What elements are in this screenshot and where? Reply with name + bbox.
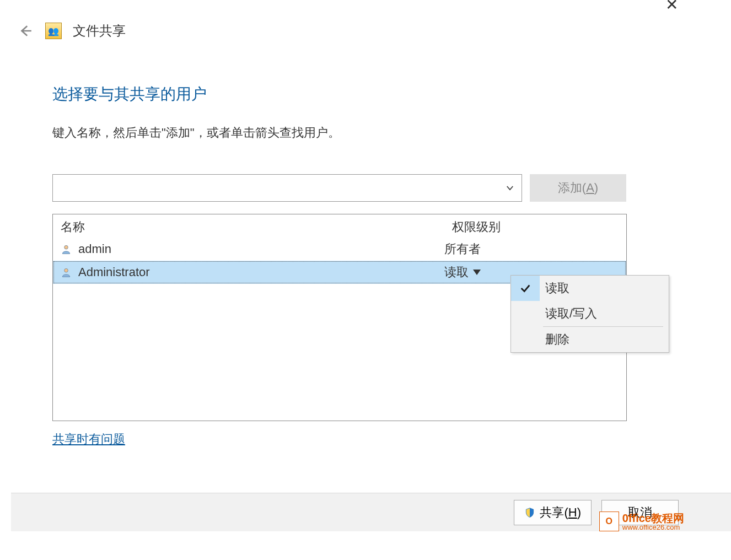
menu-item-readwrite[interactable]: 读取/写入 — [511, 301, 669, 326]
menu-label: 读取/写入 — [540, 305, 597, 322]
menu-label: 读取 — [540, 280, 569, 297]
svg-point-0 — [64, 245, 68, 249]
list-row[interactable]: admin 所有者 — [53, 238, 626, 261]
file-sharing-icon — [45, 23, 62, 39]
close-button[interactable]: ✕ — [660, 0, 682, 11]
user-combo[interactable] — [52, 174, 522, 202]
menu-item-remove[interactable]: 删除 — [511, 327, 669, 352]
check-column — [511, 301, 540, 326]
check-column — [511, 327, 540, 352]
window-title: 文件共享 — [73, 22, 126, 40]
page-heading: 选择要与其共享的用户 — [52, 84, 679, 105]
menu-item-read[interactable]: 读取 — [511, 276, 669, 301]
row-permission-text: 读取 — [444, 264, 469, 281]
watermark: O 0ffice教程网 www.office26.com — [599, 511, 684, 531]
user-input[interactable] — [60, 182, 505, 195]
column-name[interactable]: 名称 — [61, 219, 452, 235]
help-link[interactable]: 共享时有问题 — [52, 431, 125, 448]
watermark-badge: O — [599, 511, 619, 531]
share-button[interactable]: 共享(H) — [514, 500, 592, 525]
user-icon — [61, 244, 72, 255]
svg-point-1 — [64, 268, 68, 272]
row-permission-text: 所有者 — [444, 241, 481, 257]
menu-label: 删除 — [540, 331, 569, 348]
check-column — [511, 276, 540, 301]
watermark-text: 0ffice教程网 www.office26.com — [622, 513, 684, 531]
triangle-down-icon — [473, 270, 481, 275]
check-icon — [519, 282, 531, 294]
row-name-text: Administrator — [78, 265, 150, 279]
arrow-left-icon — [18, 24, 33, 38]
permission-menu: 读取 读取/写入 删除 — [510, 275, 669, 353]
back-button[interactable] — [17, 22, 34, 40]
window-header: 文件共享 — [0, 0, 731, 40]
close-icon: ✕ — [665, 0, 678, 14]
user-icon — [61, 267, 72, 278]
shield-icon — [524, 507, 535, 518]
page-subtext: 键入名称，然后单击"添加"，或者单击箭头查找用户。 — [52, 125, 679, 141]
row-name-text: admin — [78, 242, 111, 256]
column-permission[interactable]: 权限级别 — [452, 219, 619, 235]
list-header: 名称 权限级别 — [53, 214, 626, 238]
add-button: 添加(A) — [530, 174, 626, 202]
chevron-down-icon[interactable] — [505, 183, 515, 193]
